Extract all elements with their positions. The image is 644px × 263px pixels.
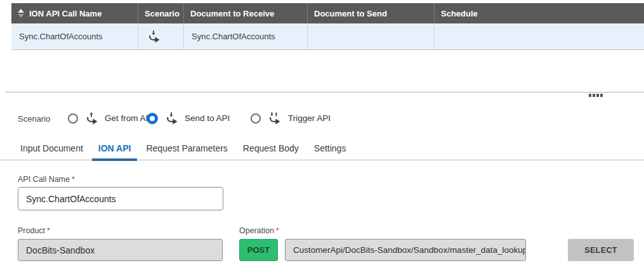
cell-text: Sync.ChartOfAccounts — [192, 32, 275, 41]
trigger-api-icon — [268, 112, 282, 125]
operation-endpoint-field[interactable]: CustomerApi/DocBits-Sandbox/Sandbox/mast… — [285, 239, 526, 261]
required-asterisk: * — [276, 226, 279, 235]
table-header-row: ION API Call Name Scenario Document to R… — [11, 3, 644, 23]
column-header-label: ION API Call Name — [29, 9, 102, 18]
radio-option-send-to-api[interactable]: Send to API — [147, 112, 230, 125]
radio-unchecked[interactable] — [68, 113, 78, 124]
tab-request-body[interactable]: Request Body — [237, 143, 305, 160]
label-text: Operation — [239, 226, 274, 235]
cell-scenario[interactable] — [138, 23, 184, 49]
tab-input-document[interactable]: Input Document — [14, 143, 89, 160]
radio-checked[interactable] — [147, 113, 158, 124]
column-header-scenario[interactable]: Scenario — [138, 3, 184, 23]
operation-label: Operation* — [239, 226, 279, 235]
radio-option-get-from-api[interactable]: Get from API — [68, 112, 154, 125]
ion-api-configuration-page: ION API Call Name Scenario Document to R… — [0, 0, 644, 263]
column-header-schedule[interactable]: Schedule — [435, 3, 644, 23]
panel-divider — [5, 92, 644, 93]
radio-option-label: Send to API — [185, 113, 230, 123]
column-header-document-to-receive[interactable]: Document to Receive — [184, 3, 308, 23]
tab-settings[interactable]: Settings — [308, 143, 353, 160]
column-header-ion-api-call-name[interactable]: ION API Call Name — [11, 3, 138, 23]
column-header-label: Scenario — [145, 9, 180, 18]
scenario-group-label: Scenario — [18, 114, 50, 124]
required-asterisk: * — [47, 226, 50, 235]
api-call-name-input[interactable] — [18, 187, 223, 210]
cell-document-to-send[interactable] — [308, 23, 435, 49]
api-calls-table: ION API Call Name Scenario Document to R… — [11, 3, 644, 50]
column-header-label: Schedule — [441, 9, 478, 18]
cell-text: Sync.ChartOfAccounts — [19, 32, 103, 41]
http-method-badge[interactable]: POST — [239, 239, 278, 261]
cell-ion-api-call-name[interactable]: Sync.ChartOfAccounts — [11, 23, 138, 49]
cell-document-to-receive[interactable]: Sync.ChartOfAccounts — [184, 23, 308, 49]
sort-arrows-icon[interactable] — [18, 9, 24, 18]
label-text: Product — [18, 226, 45, 235]
tab-ion-api[interactable]: ION API — [92, 143, 138, 160]
product-input[interactable] — [18, 239, 223, 261]
required-asterisk: * — [72, 175, 75, 184]
send-to-api-icon — [166, 112, 179, 125]
product-label: Product* — [18, 226, 50, 235]
cell-schedule[interactable] — [435, 23, 644, 49]
get-from-api-icon — [86, 112, 99, 125]
drag-handle-dots-icon[interactable] — [589, 94, 603, 97]
radio-option-label: Trigger API — [288, 113, 331, 123]
radio-unchecked[interactable] — [251, 113, 261, 124]
label-text: API Call Name — [18, 175, 70, 184]
column-header-label: Document to Receive — [190, 9, 274, 18]
send-to-api-icon — [148, 30, 161, 43]
table-row[interactable]: Sync.ChartOfAccounts Sync.ChartOfAccount… — [11, 23, 644, 50]
select-operation-button[interactable]: SELECT — [568, 239, 634, 261]
detail-tabbar: Input Document ION API Request Parameter… — [0, 141, 644, 160]
column-header-document-to-send[interactable]: Document to Send — [308, 3, 435, 23]
api-call-name-label: API Call Name* — [18, 175, 75, 184]
tab-request-parameters[interactable]: Request Parameters — [140, 143, 233, 160]
radio-option-trigger-api[interactable]: Trigger API — [251, 112, 331, 125]
column-header-label: Document to Send — [314, 9, 387, 18]
